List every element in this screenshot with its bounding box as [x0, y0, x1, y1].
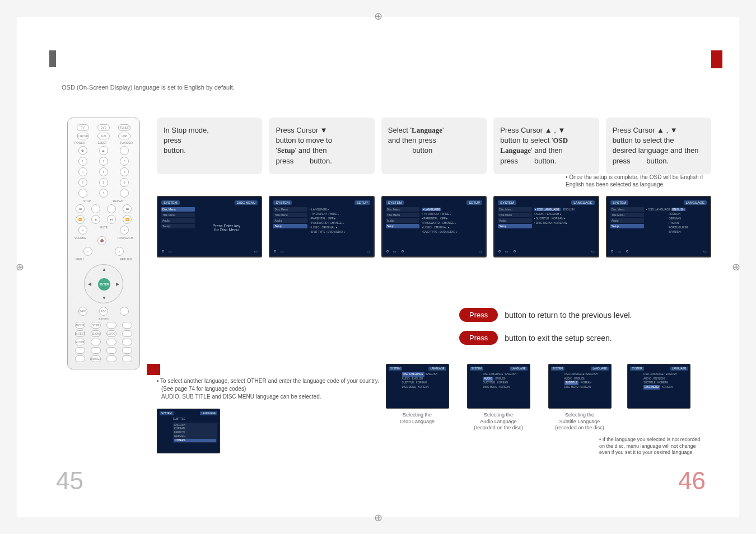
remote-btn-tvideo	[120, 146, 129, 155]
small-shot-group-1: SYSTEMLANGUAGEOSD LANGUAGE : ENGLISHAUDI…	[465, 364, 532, 432]
manual-page-spread: OSD (On-Screen Display) language is set …	[17, 17, 739, 517]
osd-menu-tabs: Disc Menu Title Menu Audio Setup	[161, 207, 195, 248]
remote-btn-pl	[120, 307, 129, 316]
remote-label-eject: EJECT	[98, 141, 107, 144]
page-number-right: 46	[678, 467, 706, 495]
osd-shot-2: SYSTEMSETUP Disc Menu Title Menu Audio S…	[269, 196, 374, 257]
ch-up-icon: ∧	[120, 226, 129, 235]
small-shot-3: SYSTEMLANGUAGEOSD LANGUAGE : ENGLISHAUDI…	[627, 364, 690, 409]
page-number-left: 45	[56, 467, 83, 495]
intro-text: OSD (On-Screen Display) language is set …	[62, 84, 235, 91]
crop-mark-icon: ⊕	[16, 261, 24, 273]
small-shot-2: SYSTEMLANGUAGEOSD LANGUAGE : ENGLISHAUDI…	[548, 364, 612, 409]
note-icon	[147, 364, 160, 375]
prev-icon: ⏮	[76, 204, 85, 213]
remote-btn-info: INFO	[78, 307, 87, 316]
next-icon: ⏭	[123, 204, 132, 213]
remote-btn-usb: USB	[118, 133, 130, 139]
osd-shot-4: SYSTEMLANGUAGE Disc Menu Title Menu Audi…	[493, 196, 599, 257]
remote-btn-remain	[78, 189, 87, 198]
cursor-right-icon: ▶	[116, 282, 119, 287]
stop-icon: ■	[91, 215, 100, 224]
small-shot-1: SYSTEMLANGUAGEOSD LANGUAGE : ENGLISHAUDI…	[467, 364, 530, 409]
ff-icon: ⏩	[123, 215, 132, 224]
left-page-tab	[49, 50, 56, 67]
remote-btn-cancel	[120, 189, 129, 198]
small-shot-caption: Selecting theOSD Language	[384, 412, 451, 425]
remote-label-tvvideo: TV/VIDEO	[120, 141, 133, 144]
step-2: Press Cursor ▼ button to move to 'Setup'…	[269, 118, 374, 174]
cursor-left-icon: ◀	[88, 282, 91, 287]
remote-btn-aux: AUX	[97, 133, 110, 139]
cursor-up-icon: ▲	[102, 267, 106, 272]
crop-mark-icon: ⊕	[374, 512, 382, 524]
remote-control-illustration: TV DVD TUNER D RCVR AUX USB POWER EJECT …	[67, 118, 140, 369]
note-text: To select another language, select OTHER…	[157, 377, 381, 401]
crop-mark-icon: ⊕	[374, 10, 382, 22]
remote-btn-band: ⏏	[99, 146, 108, 155]
mute-icon: 🔇	[97, 236, 106, 245]
small-shot-caption: Selecting theSubtitle Language(recorded …	[546, 412, 613, 432]
remote-dpad: ▲ ▼ ◀ ▶ ENTER	[84, 264, 123, 303]
osd-shot-1: SYSTEMDISC MENU Disc Menu Title Menu Aud…	[157, 196, 262, 257]
small-dropdown-shot-group: SYSTEMLANGUAGE SUBTITLE ENGLISHKOREANFRE…	[157, 409, 220, 453]
small-shot-group-0: SYSTEMLANGUAGEOSD LANGUAGE : ENGLISHAUDI…	[384, 364, 451, 425]
remote-enter-button: ENTER	[98, 278, 110, 291]
remote-btn-dvd: DVD	[97, 124, 110, 131]
remote-btn-asc: ASC	[99, 307, 108, 316]
remote-btn-tv: TV	[77, 124, 89, 131]
language-footnote: If the language you selected is not reco…	[599, 437, 706, 456]
ch-down-icon: ∨	[115, 247, 124, 256]
crop-mark-icon: ⊕	[732, 261, 740, 273]
rewind-icon: ⏪	[76, 215, 85, 224]
vol-down-icon: −	[83, 247, 92, 256]
cursor-down-icon: ▼	[102, 296, 106, 301]
osd-setup-list: • LANGUAGE ▸• TV DISPLAY : WIDE ▸• PAREN…	[307, 207, 370, 248]
osd-screenshots-row: SYSTEMDISC MENU Disc Menu Title Menu Aud…	[157, 196, 711, 257]
return-exit-instructions: Press button to return to the previous l…	[459, 308, 632, 354]
step-4: Press Cursor ▲ , ▼ button to select 'OSD…	[493, 118, 599, 174]
small-shot-0: SYSTEMLANGUAGEOSD LANGUAGE : ENGLISHAUDI…	[386, 364, 449, 409]
step-3: Select 'Language' and then press button	[381, 118, 487, 174]
small-shot-group-2: SYSTEMLANGUAGEOSD LANGUAGE : ENGLISHAUDI…	[546, 364, 613, 432]
remote-btn-tuner: TUNER	[118, 124, 130, 131]
completion-note: Once the setup is complete, the OSD will…	[566, 174, 706, 188]
small-dropdown-shot: SYSTEMLANGUAGE SUBTITLE ENGLISHKOREANFRE…	[157, 409, 220, 453]
small-shot-caption: Selecting theAudio Language(recorded on …	[465, 412, 532, 432]
right-page-tab	[711, 50, 722, 68]
step-5: Press Cursor ▲ , ▼ button to select the …	[606, 118, 711, 174]
osd-shot-5: SYSTEMLANGUAGE Disc Menu Title Menu Audi…	[606, 196, 711, 257]
small-shot-group-3: SYSTEMLANGUAGEOSD LANGUAGE : ENGLISHAUDI…	[627, 364, 690, 409]
remote-label-power: POWER	[74, 141, 85, 144]
press-pill-return: Press	[459, 308, 498, 322]
power-icon: ⏻	[78, 146, 87, 155]
vol-up-icon: +	[78, 226, 87, 235]
osd-shot-3: SYSTEMSETUP Disc Menu Title Menu Audio S…	[381, 196, 487, 257]
play-pause-icon: ▶∥	[107, 215, 116, 224]
step-1: In Stop mode, press button.	[157, 118, 262, 174]
remote-btn-drcvr: D RCVR	[77, 133, 89, 139]
instruction-steps-row: In Stop mode, press button. Press Cursor…	[157, 118, 711, 174]
press-pill-exit: Press	[459, 331, 498, 345]
